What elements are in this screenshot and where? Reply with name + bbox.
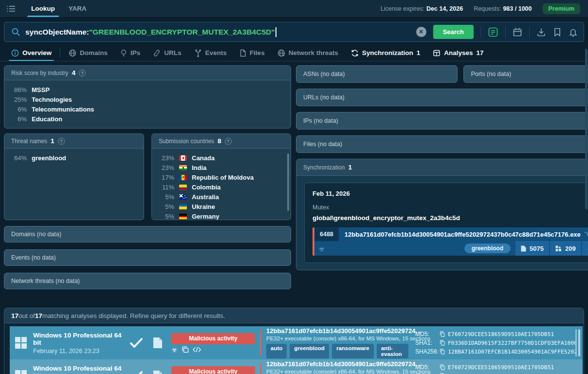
help-icon[interactable]: ?	[79, 70, 86, 76]
country-row[interactable]: 5% Ukraine	[159, 202, 284, 211]
empty-panel[interactable]: Ports (no data)	[463, 65, 588, 83]
risk-industry-row[interactable]: 86% MSSP	[11, 85, 284, 94]
tab-network-threats[interactable]: Network threats	[271, 45, 345, 61]
help-icon[interactable]: ?	[225, 138, 232, 145]
tab-overview[interactable]: Overview	[5, 45, 58, 61]
risk-score-panel: Risk score by industry4? 86% MSSP 25% Te…	[4, 65, 291, 129]
text-caret	[276, 27, 276, 37]
empty-panel[interactable]: Events (no data)	[4, 249, 291, 266]
sha256-value: 12BBA7161D07EFCB1B14D30054901AC9FFE52029…	[448, 349, 576, 355]
threat-names-panel-header[interactable]: Threat names1?	[4, 134, 144, 149]
requests-counter: Requests:983 / 1000	[474, 5, 532, 12]
empty-panel[interactable]: Files (no data)	[296, 135, 588, 153]
empty-panel-label: ASNs (no data)	[303, 71, 345, 77]
empty-panel[interactable]: IPs (no data)	[296, 112, 588, 130]
clear-search-button[interactable]: ✕	[416, 27, 426, 37]
notifications-bell-icon[interactable]	[569, 27, 578, 37]
sync-date: Feb 11, 2026	[312, 190, 588, 197]
copy-icon[interactable]	[440, 349, 445, 355]
risk-industry-row[interactable]: 6% Telecommunications	[11, 104, 284, 114]
divider	[505, 26, 506, 38]
synchronization-panel-header[interactable]: Synchronization1	[296, 159, 588, 176]
country-row[interactable]: 23% India	[159, 163, 284, 172]
menu-icon[interactable]	[7, 0, 16, 17]
tag[interactable]: ransomware	[332, 344, 374, 358]
country-row[interactable]: 11% Colombia	[159, 182, 284, 192]
threat-names-panel: Threat names1? 64% greenblood	[4, 133, 144, 220]
tag[interactable]: greenblood	[290, 344, 329, 358]
pin-icon	[120, 49, 127, 57]
biohazard-icon: ☣	[171, 346, 178, 353]
md5-label: MD5:	[415, 364, 440, 371]
bookmark-icon[interactable]	[553, 27, 562, 37]
list-scrollbar[interactable]	[578, 329, 580, 356]
country-percent: 17%	[159, 174, 174, 181]
country-row[interactable]: 5% Germany	[159, 211, 284, 220]
threat-name-row[interactable]: 64% greenblood	[11, 153, 137, 163]
tab-domains[interactable]: Domains	[62, 45, 114, 61]
country-flag-icon	[179, 204, 187, 209]
tab-urls[interactable]: URLs	[147, 45, 187, 61]
copy-icon[interactable]	[440, 331, 445, 337]
modules-count-stat: 209	[550, 241, 581, 256]
query-field-name: syncObjectName:	[25, 28, 89, 37]
country-percent: 5%	[159, 213, 174, 220]
globe-icon	[69, 49, 76, 57]
empty-panel-label: Ports (no data)	[471, 71, 511, 77]
country-name: Germany	[192, 213, 219, 220]
search-icon	[11, 27, 20, 37]
empty-panel-label: IPs (no data)	[303, 117, 338, 124]
sync-icon	[351, 49, 359, 57]
country-flag-icon	[179, 155, 187, 161]
search-button[interactable]: Search	[433, 25, 474, 39]
top-bar: Lookup YARA License expires:Dec 14, 2026…	[0, 0, 588, 18]
results-view-icon[interactable]	[488, 27, 498, 37]
empty-panel[interactable]: Domains (no data)	[4, 226, 291, 243]
tag[interactable]: anti-evasion	[377, 344, 408, 358]
risk-score-panel-header[interactable]: Risk score by industry4?	[4, 66, 291, 80]
tab-events[interactable]: Events	[188, 45, 233, 61]
analysis-main-object: 12bba7161d07efcb1b14d30054901ac9ffe52029…	[266, 360, 408, 368]
tab-overview-label: Overview	[22, 49, 52, 56]
download-icon[interactable]	[536, 27, 546, 37]
tab-ips[interactable]: IPs	[114, 45, 147, 61]
search-row: syncObjectName:"GREENBLOOD_ENCRYPTOR_MUT…	[0, 18, 588, 45]
copy-icon[interactable]	[440, 364, 445, 370]
tab-lookup[interactable]: Lookup	[24, 0, 62, 17]
document-icon	[153, 370, 163, 374]
calendar-icon[interactable]	[513, 27, 522, 37]
risk-industry-row[interactable]: 25% Technologies	[11, 94, 284, 104]
threat-percent: 64%	[11, 154, 27, 162]
analysis-row[interactable]: Windows 10 Professional 64 bit February …	[10, 359, 583, 374]
countries-scrollbar[interactable]	[287, 153, 289, 211]
country-row[interactable]: 17% Republic of Moldova	[159, 172, 284, 182]
copy-icon[interactable]	[440, 340, 445, 346]
risk-industry-row[interactable]: 6% Education	[11, 114, 284, 124]
threat-tag[interactable]: greenblood	[464, 243, 511, 253]
empty-panel[interactable]: URLs (no data)	[296, 89, 588, 106]
empty-panel[interactable]: Network threats (no data)	[4, 273, 291, 289]
country-flag-icon	[179, 194, 187, 200]
analysis-row[interactable]: Windows 10 Professional 64 bit February …	[10, 326, 583, 359]
tab-yara[interactable]: YARA	[62, 0, 93, 17]
page-scrollbar[interactable]	[585, 49, 588, 209]
malicious-stripe	[260, 330, 261, 356]
industry-percent: 6%	[11, 106, 27, 113]
tab-files[interactable]: Files	[233, 45, 271, 61]
help-icon[interactable]: ?	[58, 138, 65, 145]
country-row[interactable]: 23% Canada	[159, 153, 284, 163]
tab-analyses[interactable]: Analyses17	[426, 45, 490, 61]
empty-panel[interactable]: ASNs (no data)	[296, 65, 458, 83]
md5-value: E760729DCEE518659D9510AE1705DB51	[448, 364, 554, 371]
tab-synchronization[interactable]: Synchronization1	[345, 45, 427, 61]
overview-content: Risk score by industry4? 86% MSSP 25% Te…	[0, 61, 588, 300]
process-row[interactable]: 6488 12bba7161d07efcb1b14d30054901ac9ffe…	[312, 227, 588, 256]
country-row[interactable]: 5% Australia	[159, 192, 284, 202]
search-input[interactable]: syncObjectName:"GREENBLOOD_ENCRYPTOR_MUT…	[4, 22, 584, 42]
results-count-shown: 17	[11, 312, 18, 319]
windows-logo-icon	[15, 370, 27, 374]
analyses-section: 17 out of 17 matching analyses displayed…	[4, 308, 584, 374]
tag[interactable]: auto	[266, 344, 287, 358]
submission-countries-panel-header[interactable]: Submission countries8?	[152, 134, 291, 149]
industry-percent: 6%	[11, 115, 27, 123]
